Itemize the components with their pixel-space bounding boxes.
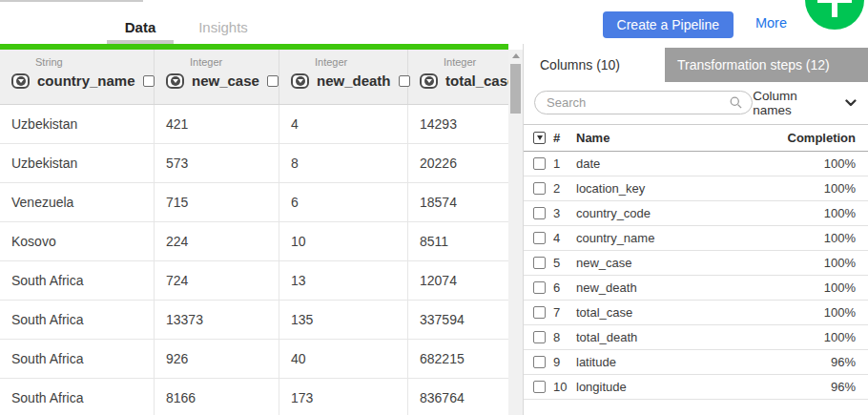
tab-data-label: Data <box>125 19 156 35</box>
row-number: 5 <box>553 256 576 270</box>
cell-new-death: 6 <box>279 183 408 221</box>
row-checkbox[interactable] <box>533 207 546 219</box>
column-menu-dropdown-icon[interactable] <box>11 73 30 89</box>
list-item[interactable]: 4 country_name 100% <box>524 226 868 251</box>
list-item[interactable]: 1 date 100% <box>524 152 868 176</box>
column-type-label: Integer <box>444 56 508 68</box>
name-column-header: Name <box>576 131 788 145</box>
list-item[interactable]: 2 location_key 100% <box>524 176 868 201</box>
columns-list-header: # Name Completion <box>524 124 868 152</box>
columns-list: # Name Completion 1 date 100% <box>524 124 868 400</box>
table-row[interactable]: Kosovo 224 10 8511 <box>0 222 508 261</box>
row-name: country_name <box>576 231 824 245</box>
row-checkbox[interactable] <box>533 306 546 319</box>
column-checkbox[interactable] <box>143 75 155 87</box>
tab-transformation-steps[interactable]: Transformation steps (12) <box>665 48 868 82</box>
data-grid: String country_name Integer <box>0 44 523 415</box>
list-item[interactable]: 8 total_death 100% <box>524 325 868 350</box>
column-type-label: Integer <box>190 56 279 68</box>
list-item[interactable]: 9 latitude 96% <box>524 350 868 375</box>
select-all-checkbox[interactable] <box>533 132 546 144</box>
row-checkbox[interactable] <box>533 281 546 294</box>
grid-column-header: String country_name <box>0 50 155 104</box>
list-item[interactable]: 10 longitude 96% <box>524 375 868 400</box>
vertical-scrollbar[interactable] <box>508 50 523 415</box>
row-number: 8 <box>553 330 576 344</box>
number-column-header: # <box>553 131 576 145</box>
cell-country-name: South Africa <box>0 301 155 339</box>
row-completion: 100% <box>824 206 856 220</box>
table-row[interactable]: South Africa 13373 135 337594 <box>0 301 508 340</box>
scrollbar-thumb[interactable] <box>510 64 521 114</box>
row-name: new_case <box>576 256 824 270</box>
row-checkbox[interactable] <box>533 232 546 244</box>
table-row[interactable]: South Africa 926 40 682215 <box>0 340 508 379</box>
scroll-up-icon[interactable] <box>512 53 520 58</box>
column-names-dropdown[interactable]: Column names <box>753 89 857 117</box>
row-completion: 96% <box>831 380 856 394</box>
search-icon <box>729 95 743 110</box>
cell-country-name: Uzbekistan <box>0 144 155 182</box>
columns-panel: Columns (10) Transformation steps (12) C… <box>523 44 868 415</box>
table-row[interactable]: Uzbekistan 573 8 20226 <box>0 144 508 183</box>
panel-toolbar: Column names <box>534 91 857 114</box>
row-checkbox[interactable] <box>533 331 546 343</box>
row-name: location_key <box>576 181 824 196</box>
row-checkbox[interactable] <box>533 157 546 170</box>
column-checkbox[interactable] <box>267 75 279 87</box>
row-name: date <box>576 156 824 171</box>
columns-list-rows: 1 date 100% 2 location_key 100% <box>524 152 868 400</box>
search-box[interactable] <box>534 91 753 114</box>
row-checkbox[interactable] <box>533 356 546 368</box>
column-menu-dropdown-icon[interactable] <box>291 73 309 89</box>
app-window: Data Insights Create a Pipeline More <box>0 0 868 415</box>
grid-header: String country_name Integer <box>0 50 508 105</box>
column-type-label: Integer <box>315 56 407 68</box>
cell-total-case: 18574 <box>408 183 508 221</box>
list-item[interactable]: 5 new_case 100% <box>524 251 868 276</box>
tab-data[interactable]: Data <box>107 0 174 44</box>
column-menu-dropdown-icon[interactable] <box>420 73 438 89</box>
grid-body: Uzbekistan 421 4 14293 Uzbekistan 573 8 … <box>0 105 508 415</box>
row-name: new_death <box>576 280 824 295</box>
column-name: new_death <box>317 73 391 89</box>
row-checkbox[interactable] <box>533 381 546 393</box>
column-menu-dropdown-icon[interactable] <box>166 73 184 89</box>
cell-total-case: 14293 <box>408 105 508 143</box>
table-row[interactable]: Venezuela 715 6 18574 <box>0 183 508 222</box>
row-name: country_code <box>576 206 824 220</box>
row-number: 3 <box>553 206 576 220</box>
row-number: 7 <box>553 305 576 320</box>
row-completion: 100% <box>824 256 856 270</box>
create-pipeline-button[interactable]: Create a Pipeline <box>603 11 734 38</box>
row-name: latitude <box>576 355 831 369</box>
row-number: 6 <box>553 280 576 295</box>
cell-new-death: 40 <box>279 340 408 378</box>
row-checkbox[interactable] <box>533 257 546 269</box>
more-button[interactable]: More <box>755 15 787 31</box>
add-button[interactable] <box>805 0 864 30</box>
search-input[interactable] <box>547 95 729 110</box>
cell-new-death: 13 <box>279 261 408 300</box>
row-number: 4 <box>553 231 576 245</box>
list-item[interactable]: 3 country_code 100% <box>524 201 868 226</box>
completion-column-header: Completion <box>788 131 857 145</box>
tab-insights[interactable]: Insights <box>174 0 273 44</box>
cell-new-death: 173 <box>279 379 408 415</box>
cell-new-case: 724 <box>155 261 279 300</box>
cell-total-case: 682215 <box>408 340 508 378</box>
row-completion: 96% <box>831 355 856 369</box>
table-row[interactable]: Uzbekistan 421 4 14293 <box>0 105 508 144</box>
list-item[interactable]: 6 new_death 100% <box>524 276 868 301</box>
cell-new-death: 4 <box>279 105 408 143</box>
cell-total-case: 337594 <box>408 301 508 339</box>
cell-new-case: 421 <box>155 105 279 143</box>
tab-columns[interactable]: Columns (10) <box>524 48 665 82</box>
cell-total-case: 836764 <box>408 379 508 415</box>
table-row[interactable]: South Africa 724 13 12074 <box>0 261 508 301</box>
list-item[interactable]: 7 total_case 100% <box>524 301 868 325</box>
chevron-down-icon <box>845 99 857 107</box>
table-row[interactable]: South Africa 8166 173 836764 <box>0 379 508 415</box>
cell-country-name: South Africa <box>0 379 155 415</box>
row-checkbox[interactable] <box>533 182 546 195</box>
